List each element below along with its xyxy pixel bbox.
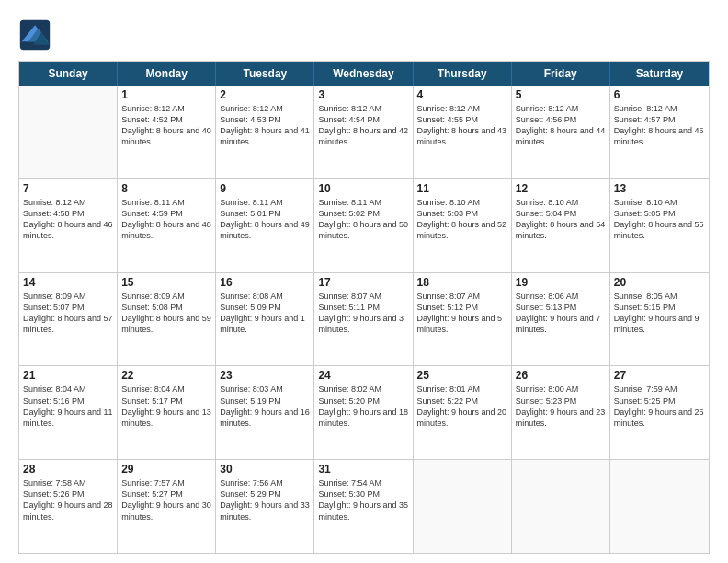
day-number: 6	[614, 88, 705, 101]
general-blue-logo-icon	[18, 18, 51, 52]
day-number: 27	[614, 369, 705, 382]
day-info: Sunrise: 8:10 AM Sunset: 5:04 PM Dayligh…	[516, 197, 606, 242]
day-info: Sunrise: 7:54 AM Sunset: 5:30 PM Dayligh…	[318, 477, 408, 523]
day-number: 7	[23, 182, 113, 195]
calendar-cell: 18Sunrise: 8:07 AM Sunset: 5:12 PM Dayli…	[414, 273, 512, 366]
day-number: 17	[318, 276, 408, 289]
page: SundayMondayTuesdayWednesdayThursdayFrid…	[0, 0, 728, 563]
calendar-cell: 29Sunrise: 7:57 AM Sunset: 5:27 PM Dayli…	[118, 460, 216, 553]
calendar-body: 1Sunrise: 8:12 AM Sunset: 4:52 PM Daylig…	[19, 86, 709, 553]
day-info: Sunrise: 8:10 AM Sunset: 5:03 PM Dayligh…	[417, 197, 507, 242]
day-info: Sunrise: 8:10 AM Sunset: 5:05 PM Dayligh…	[614, 197, 705, 242]
calendar-cell: 21Sunrise: 8:04 AM Sunset: 5:16 PM Dayli…	[19, 366, 118, 459]
day-number: 10	[318, 182, 408, 195]
day-info: Sunrise: 7:57 AM Sunset: 5:27 PM Dayligh…	[121, 477, 211, 523]
calendar-cell: 10Sunrise: 8:11 AM Sunset: 5:02 PM Dayli…	[314, 179, 413, 272]
calendar-cell: 24Sunrise: 8:02 AM Sunset: 5:20 PM Dayli…	[314, 366, 413, 459]
day-info: Sunrise: 8:12 AM Sunset: 4:52 PM Dayligh…	[121, 103, 211, 148]
day-number: 11	[417, 182, 507, 195]
calendar-row: 1Sunrise: 8:12 AM Sunset: 4:52 PM Daylig…	[19, 86, 709, 178]
day-number: 3	[318, 88, 408, 101]
calendar-cell: 11Sunrise: 8:10 AM Sunset: 5:03 PM Dayli…	[414, 179, 512, 272]
day-info: Sunrise: 8:11 AM Sunset: 5:02 PM Dayligh…	[318, 197, 408, 242]
day-info: Sunrise: 8:08 AM Sunset: 5:09 PM Dayligh…	[220, 291, 310, 336]
calendar-cell: 8Sunrise: 8:11 AM Sunset: 4:59 PM Daylig…	[118, 179, 216, 272]
calendar-cell	[19, 86, 118, 178]
logo	[18, 18, 55, 52]
day-info: Sunrise: 8:02 AM Sunset: 5:20 PM Dayligh…	[318, 384, 408, 429]
day-info: Sunrise: 8:05 AM Sunset: 5:15 PM Dayligh…	[614, 291, 705, 336]
day-number: 29	[121, 463, 211, 476]
day-info: Sunrise: 8:12 AM Sunset: 4:57 PM Dayligh…	[614, 103, 705, 148]
day-number: 23	[220, 369, 310, 382]
day-info: Sunrise: 7:59 AM Sunset: 5:25 PM Dayligh…	[614, 384, 705, 429]
calendar-cell: 2Sunrise: 8:12 AM Sunset: 4:53 PM Daylig…	[216, 86, 314, 178]
day-number: 20	[614, 276, 705, 289]
day-name-thursday: Thursday	[414, 62, 512, 86]
calendar-cell: 27Sunrise: 7:59 AM Sunset: 5:25 PM Dayli…	[610, 366, 709, 459]
day-info: Sunrise: 8:01 AM Sunset: 5:22 PM Dayligh…	[417, 384, 507, 429]
day-number: 21	[23, 369, 113, 382]
day-number: 18	[417, 276, 507, 289]
day-number: 4	[417, 88, 507, 101]
calendar-cell	[414, 460, 512, 553]
calendar-row: 21Sunrise: 8:04 AM Sunset: 5:16 PM Dayli…	[19, 365, 709, 459]
day-info: Sunrise: 8:12 AM Sunset: 4:56 PM Dayligh…	[516, 103, 606, 148]
calendar-cell	[512, 460, 610, 553]
day-number: 31	[318, 463, 408, 476]
calendar-cell: 1Sunrise: 8:12 AM Sunset: 4:52 PM Daylig…	[118, 86, 216, 178]
day-number: 14	[23, 276, 113, 289]
day-info: Sunrise: 8:07 AM Sunset: 5:12 PM Dayligh…	[417, 291, 507, 336]
day-number: 5	[516, 88, 606, 101]
calendar-cell: 5Sunrise: 8:12 AM Sunset: 4:56 PM Daylig…	[512, 86, 610, 178]
calendar-cell: 14Sunrise: 8:09 AM Sunset: 5:07 PM Dayli…	[19, 273, 118, 366]
day-number: 13	[614, 182, 705, 195]
calendar-cell: 3Sunrise: 8:12 AM Sunset: 4:54 PM Daylig…	[314, 86, 413, 178]
calendar-cell: 12Sunrise: 8:10 AM Sunset: 5:04 PM Dayli…	[512, 179, 610, 272]
day-number: 9	[220, 182, 310, 195]
calendar-cell: 9Sunrise: 8:11 AM Sunset: 5:01 PM Daylig…	[216, 179, 314, 272]
calendar-cell	[610, 460, 709, 553]
calendar-cell: 30Sunrise: 7:56 AM Sunset: 5:29 PM Dayli…	[216, 460, 314, 553]
day-info: Sunrise: 8:04 AM Sunset: 5:17 PM Dayligh…	[121, 384, 211, 429]
day-number: 30	[220, 463, 310, 476]
calendar-cell: 15Sunrise: 8:09 AM Sunset: 5:08 PM Dayli…	[118, 273, 216, 366]
day-info: Sunrise: 8:12 AM Sunset: 4:55 PM Dayligh…	[417, 103, 507, 148]
day-info: Sunrise: 8:11 AM Sunset: 5:01 PM Dayligh…	[220, 197, 310, 242]
day-name-sunday: Sunday	[19, 62, 118, 86]
calendar-cell: 20Sunrise: 8:05 AM Sunset: 5:15 PM Dayli…	[610, 273, 709, 366]
day-info: Sunrise: 8:11 AM Sunset: 4:59 PM Dayligh…	[121, 197, 211, 242]
day-number: 12	[516, 182, 606, 195]
calendar-cell: 13Sunrise: 8:10 AM Sunset: 5:05 PM Dayli…	[610, 179, 709, 272]
day-number: 2	[220, 88, 310, 101]
day-info: Sunrise: 8:12 AM Sunset: 4:58 PM Dayligh…	[23, 197, 113, 242]
day-name-monday: Monday	[118, 62, 216, 86]
day-number: 19	[516, 276, 606, 289]
day-name-wednesday: Wednesday	[314, 62, 413, 86]
calendar-cell: 6Sunrise: 8:12 AM Sunset: 4:57 PM Daylig…	[610, 86, 709, 178]
calendar-cell: 28Sunrise: 7:58 AM Sunset: 5:26 PM Dayli…	[19, 460, 118, 553]
day-info: Sunrise: 7:58 AM Sunset: 5:26 PM Dayligh…	[23, 477, 113, 523]
day-number: 1	[121, 88, 211, 101]
calendar-row: 14Sunrise: 8:09 AM Sunset: 5:07 PM Dayli…	[19, 272, 709, 366]
calendar-cell: 25Sunrise: 8:01 AM Sunset: 5:22 PM Dayli…	[414, 366, 512, 459]
day-name-saturday: Saturday	[610, 62, 709, 86]
calendar-cell: 17Sunrise: 8:07 AM Sunset: 5:11 PM Dayli…	[314, 273, 413, 366]
calendar-cell: 7Sunrise: 8:12 AM Sunset: 4:58 PM Daylig…	[19, 179, 118, 272]
day-info: Sunrise: 8:04 AM Sunset: 5:16 PM Dayligh…	[23, 384, 113, 429]
day-info: Sunrise: 8:07 AM Sunset: 5:11 PM Dayligh…	[318, 291, 408, 336]
calendar-cell: 4Sunrise: 8:12 AM Sunset: 4:55 PM Daylig…	[414, 86, 512, 178]
calendar: SundayMondayTuesdayWednesdayThursdayFrid…	[18, 61, 710, 554]
day-number: 16	[220, 276, 310, 289]
calendar-cell: 22Sunrise: 8:04 AM Sunset: 5:17 PM Dayli…	[118, 366, 216, 459]
day-info: Sunrise: 8:03 AM Sunset: 5:19 PM Dayligh…	[220, 384, 310, 429]
calendar-row: 7Sunrise: 8:12 AM Sunset: 4:58 PM Daylig…	[19, 178, 709, 272]
day-number: 26	[516, 369, 606, 382]
header	[18, 18, 710, 52]
day-info: Sunrise: 8:06 AM Sunset: 5:13 PM Dayligh…	[516, 291, 606, 336]
day-name-tuesday: Tuesday	[216, 62, 314, 86]
calendar-cell: 19Sunrise: 8:06 AM Sunset: 5:13 PM Dayli…	[512, 273, 610, 366]
calendar-cell: 23Sunrise: 8:03 AM Sunset: 5:19 PM Dayli…	[216, 366, 314, 459]
day-number: 8	[121, 182, 211, 195]
day-number: 28	[23, 463, 113, 476]
